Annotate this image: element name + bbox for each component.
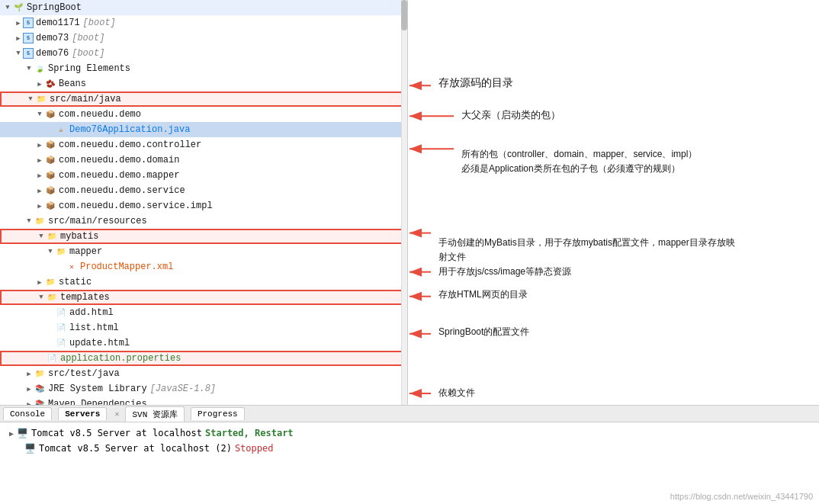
tab-servers[interactable]: Servers bbox=[58, 407, 107, 420]
tree-item-list-html[interactable]: 📄 list.html bbox=[0, 320, 407, 335]
annotation-application: SpringBoot的配置文件 bbox=[438, 326, 529, 339]
server-1-arrow: ▶ bbox=[9, 429, 14, 438]
service-icon bbox=[44, 185, 56, 197]
tree-item-impl[interactable]: com.neuedu.demo.service.impl bbox=[0, 198, 407, 213]
list-html-label: list.html bbox=[69, 323, 119, 333]
xml-icon: ✕ bbox=[66, 261, 78, 273]
server-1-icon: 🖥️ bbox=[17, 428, 28, 438]
mapper-folder-label: mapper bbox=[69, 246, 102, 257]
tree-item-domain[interactable]: com.neuedu.demo.domain bbox=[0, 152, 407, 168]
tab-progress[interactable]: Progress bbox=[191, 407, 245, 420]
arrow-springboot bbox=[3, 3, 12, 12]
templates-icon: 📁 bbox=[46, 291, 58, 303]
server-row-1[interactable]: ▶ 🖥️ Tomcat v8.5 Server at localhost Sta… bbox=[6, 425, 813, 441]
spring-elements-icon: 🍃 bbox=[34, 63, 46, 75]
controller-icon bbox=[44, 139, 56, 151]
server-1-name: Tomcat v8.5 Server at localhost bbox=[31, 428, 202, 438]
maven-deps-label: Maven Dependencies bbox=[48, 399, 147, 405]
tree-item-demo76[interactable]: 5 demo76 [boot] bbox=[0, 46, 407, 61]
project-tree-panel: 🌱 SpringBoot 5 demo1171 [boot] 5 demo73 … bbox=[0, 0, 408, 405]
tree-item-jre[interactable]: 📚 JRE System Library [JavaSE-1.8] bbox=[0, 381, 407, 396]
tree-item-src-main-resources[interactable]: 📁 src/main/resources bbox=[0, 213, 407, 229]
tree-item-beans[interactable]: 🫘 Beans bbox=[0, 76, 407, 91]
arrow-mapper-pkg bbox=[35, 171, 44, 180]
arrow-test bbox=[24, 369, 34, 378]
spring-elements-label: Spring Elements bbox=[48, 63, 130, 74]
tab-servers-close-icon[interactable]: ✕ bbox=[114, 409, 119, 419]
annotation-subpackages: 所有的包（controller、domain、mapper、service、im… bbox=[461, 133, 697, 177]
tab-console[interactable]: Console bbox=[3, 407, 52, 420]
tab-svn[interactable]: SVN 资源库 bbox=[125, 406, 184, 422]
tree-item-service[interactable]: com.neuedu.demo.service bbox=[0, 183, 407, 198]
demo76-application-label: Demo76Application.java bbox=[69, 124, 190, 135]
leaf-list-html bbox=[46, 323, 55, 332]
arrow-resources bbox=[24, 217, 34, 226]
update-html-icon: 📄 bbox=[55, 337, 67, 349]
leaf-update-html bbox=[46, 339, 55, 348]
annotation-templates: 存放HTML网页的目录 bbox=[438, 288, 528, 301]
server-row-2[interactable]: 🖥️ Tomcat v8.5 Server at localhost (2) S… bbox=[6, 441, 813, 456]
arrow-maven-deps bbox=[24, 400, 34, 405]
scrollbar-thumb[interactable] bbox=[401, 0, 407, 30]
tree-container: 🌱 SpringBoot 5 demo1171 [boot] 5 demo73 … bbox=[0, 0, 407, 405]
tree-item-springboot[interactable]: 🌱 SpringBoot bbox=[0, 0, 407, 15]
tree-item-controller[interactable]: com.neuedu.demo.controller bbox=[0, 137, 407, 152]
tree-item-demo1171[interactable]: 5 demo1171 [boot] bbox=[0, 15, 407, 30]
annotations-area: 存放源码的目录 大父亲（启动类的包） 所有的包（controller、domai… bbox=[408, 0, 819, 405]
springboot-label: SpringBoot bbox=[27, 2, 82, 13]
tree-item-src-test-java[interactable]: 📁 src/test/java bbox=[0, 366, 407, 381]
test-icon: 📁 bbox=[34, 368, 46, 380]
leaf-add-html bbox=[46, 308, 55, 317]
tree-item-mapper-pkg[interactable]: com.neuedu.demo.mapper bbox=[0, 168, 407, 183]
tree-item-add-html[interactable]: 📄 add.html bbox=[0, 305, 407, 320]
tree-item-application-properties[interactable]: 📄 application.properties bbox=[0, 351, 407, 366]
leaf-productmapper bbox=[56, 262, 66, 271]
demo1171-tag: [boot] bbox=[83, 18, 116, 28]
beans-label: Beans bbox=[59, 79, 86, 89]
arrow-templates bbox=[37, 293, 46, 302]
impl-icon bbox=[44, 200, 56, 212]
tree-item-mybatis[interactable]: 📁 mybatis bbox=[0, 229, 407, 244]
demo76-label: demo76 bbox=[36, 48, 69, 59]
tree-item-mapper-folder[interactable]: 📁 mapper bbox=[0, 244, 407, 259]
arrows-svg bbox=[408, 0, 819, 405]
tree-item-src-main-java[interactable]: 📁 src/main/java bbox=[0, 91, 407, 107]
jre-label: JRE System Library bbox=[48, 384, 147, 394]
tree-item-demo76-application[interactable]: ☕ Demo76Application.java bbox=[0, 122, 407, 137]
mybatis-label: mybatis bbox=[60, 231, 98, 242]
scrollbar-track[interactable] bbox=[401, 0, 407, 405]
springboot-icon: 🌱 bbox=[12, 2, 24, 14]
demo1171-label: demo1171 bbox=[36, 18, 80, 28]
static-icon: 📁 bbox=[44, 276, 56, 288]
tree-item-demo73[interactable]: 5 demo73 [boot] bbox=[0, 30, 407, 46]
annotation-src-main-java: 存放源码的目录 bbox=[438, 76, 513, 90]
arrow-demo73 bbox=[14, 34, 23, 43]
demo76-tag: [boot] bbox=[72, 48, 104, 59]
jre-tag: [JavaSE-1.8] bbox=[150, 384, 216, 394]
properties-icon: 📄 bbox=[46, 352, 58, 364]
leaf-app-props bbox=[37, 354, 46, 363]
annotation-mybatis: 手动创建的MyBatis目录，用于存放mybatis配置文件，mapper目录存… bbox=[438, 221, 735, 265]
static-label: static bbox=[59, 277, 92, 287]
tree-item-spring-elements[interactable]: 🍃 Spring Elements bbox=[0, 61, 407, 76]
arrow-service bbox=[35, 186, 44, 195]
domain-label: com.neuedu.demo.domain bbox=[59, 155, 179, 165]
add-html-label: add.html bbox=[69, 307, 114, 318]
tree-item-com-neuedu-demo[interactable]: com.neuedu.demo bbox=[0, 107, 407, 122]
arrow-domain bbox=[35, 156, 44, 165]
jre-icon: 📚 bbox=[34, 383, 46, 395]
tree-item-productmapper[interactable]: ✕ ProductMapper.xml bbox=[0, 259, 407, 274]
bottom-panel: Console Servers ✕ SVN 资源库 Progress ▶ 🖥️ … bbox=[0, 405, 819, 504]
tree-item-maven-deps[interactable]: 📚 Maven Dependencies bbox=[0, 396, 407, 405]
leaf-demo76-app bbox=[46, 125, 55, 134]
tree-item-update-html[interactable]: 📄 update.html bbox=[0, 335, 407, 351]
right-panel: 存放源码的目录 大父亲（启动类的包） 所有的包（controller、domai… bbox=[408, 0, 819, 405]
module-icon-demo73: 5 bbox=[23, 33, 34, 43]
templates-label: templates bbox=[60, 292, 110, 303]
tree-item-static[interactable]: 📁 static bbox=[0, 274, 407, 290]
tree-item-templates[interactable]: 📁 templates bbox=[0, 290, 407, 305]
arrow-spring-elements bbox=[24, 64, 34, 73]
demo73-label: demo73 bbox=[36, 33, 69, 43]
java-file-icon: ☕ bbox=[55, 124, 67, 136]
mapper-pkg-icon bbox=[44, 169, 56, 181]
